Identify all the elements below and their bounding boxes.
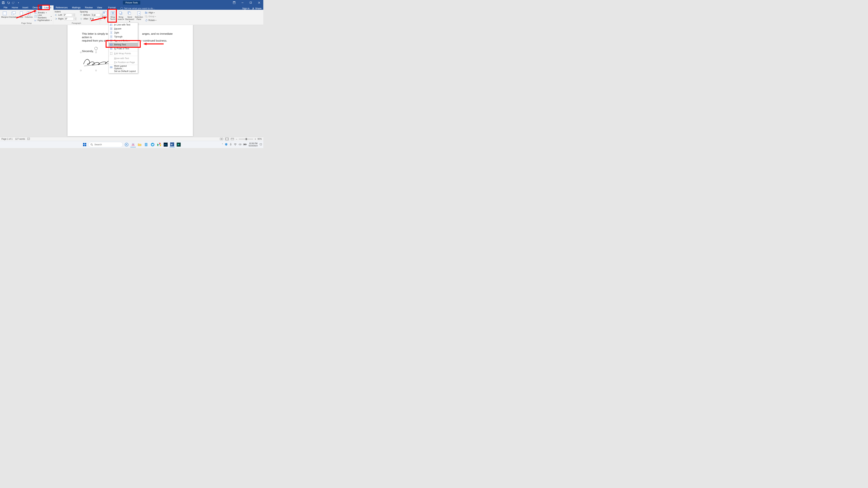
notifications-icon[interactable] — [259, 143, 262, 146]
tab-file[interactable]: File — [1, 5, 9, 10]
bing-chat-icon[interactable] — [124, 142, 129, 147]
selected-image[interactable] — [81, 53, 111, 70]
status-words[interactable]: 127 words — [15, 138, 25, 140]
rotate-handle-icon[interactable] — [94, 46, 98, 50]
snipping-tool-icon[interactable] — [130, 142, 136, 147]
web-layout-icon[interactable] — [230, 137, 235, 140]
wrap-text-button[interactable]: WrapText ▾ — [109, 11, 117, 20]
share-button[interactable]: Share — [252, 7, 261, 10]
undo-icon[interactable] — [6, 1, 10, 5]
maximize-icon[interactable] — [247, 0, 255, 5]
filmora-icon[interactable] — [176, 142, 181, 147]
align-button[interactable]: Align▾ — [145, 11, 157, 14]
search-icon — [90, 143, 93, 146]
orientation-button[interactable]: Orientation — [9, 11, 18, 18]
tab-design[interactable]: Design — [30, 5, 42, 10]
columns-button[interactable]: Columns — [25, 11, 33, 18]
tab-review[interactable]: Review — [83, 5, 95, 10]
ribbon-display-icon[interactable] — [230, 0, 238, 5]
zoom-slider[interactable] — [239, 139, 253, 139]
proofing-icon[interactable] — [27, 137, 30, 141]
margins-button[interactable]: Margins — [1, 11, 8, 18]
volume-icon[interactable] — [239, 143, 241, 146]
sign-in-link[interactable]: Sign in — [242, 7, 250, 10]
hyphenation-button[interactable]: bc-Hyphenation▾ — [34, 19, 52, 22]
redo-icon[interactable] — [11, 1, 16, 5]
menu-behind[interactable]: Behind Text — [109, 43, 138, 46]
tab-mailings[interactable]: Mailings — [70, 5, 83, 10]
chrome-icon[interactable] — [156, 142, 162, 147]
battery-icon[interactable] — [243, 143, 247, 146]
status-page[interactable]: Page 1 of 1 — [1, 138, 12, 140]
bring-forward-button[interactable]: Bringrward ▾ — [117, 11, 125, 20]
mic-icon[interactable] — [229, 143, 232, 146]
group-button[interactable]: Group▾ — [145, 14, 157, 18]
indent-left-input[interactable] — [63, 13, 72, 17]
menu-label: Top and Bottom — [114, 39, 130, 42]
indent-right-field[interactable]: Right:▴▾ — [54, 17, 77, 21]
spacing-after-input[interactable] — [89, 17, 98, 21]
tab-home[interactable]: Home — [9, 5, 20, 10]
svg-rect-92 — [222, 138, 223, 140]
size-button[interactable]: Size — [19, 11, 24, 18]
send-backward-button[interactable]: SendBackward ▾ — [125, 11, 134, 23]
svg-rect-96 — [83, 143, 85, 144]
wifi-icon[interactable] — [234, 143, 237, 146]
tell-me-search[interactable]: Tell me what you want to do... — [120, 7, 155, 10]
menu-more-layout[interactable]: More Layout Options... — [109, 65, 138, 69]
file-explorer-icon[interactable] — [137, 142, 142, 147]
close-icon[interactable] — [255, 0, 263, 5]
start-icon[interactable] — [82, 142, 87, 147]
qat-customize-icon[interactable]: ▾ — [16, 1, 21, 5]
position-button[interactable]: Positi — [101, 11, 108, 18]
margins-label: Margins — [1, 16, 8, 18]
rotate-button[interactable]: Rotate▾ — [145, 19, 157, 22]
svg-rect-16 — [29, 11, 30, 15]
tab-layout[interactable]: Layout — [42, 5, 54, 10]
taskbar-search[interactable]: Search — [88, 142, 123, 147]
tab-format[interactable]: Format — [106, 5, 118, 10]
print-layout-icon[interactable] — [225, 137, 229, 140]
menu-label: Behind Text — [114, 43, 126, 46]
menu-infront[interactable]: In Fro↖nt of Text — [109, 46, 138, 51]
menu-through[interactable]: Through — [109, 35, 138, 39]
minimize-icon[interactable] — [238, 0, 247, 5]
defender-icon[interactable] — [225, 143, 228, 146]
zoom-in-button[interactable]: + — [255, 137, 256, 140]
tab-view[interactable]: View — [95, 5, 104, 10]
hyphenation-label: Hyphenation — [38, 19, 50, 22]
indent-right-input[interactable] — [65, 17, 73, 21]
svg-rect-43 — [137, 11, 140, 15]
menu-fix-position: Fix Position on Page — [109, 60, 138, 64]
tab-references[interactable]: References — [54, 5, 70, 10]
doc-text: required from you at this — [82, 39, 111, 42]
indent-left-field[interactable]: Left:▴▾ — [54, 13, 77, 17]
menu-inline[interactable]: In Line with Text — [109, 23, 138, 27]
window-controls — [230, 0, 263, 5]
notepad-icon[interactable] — [144, 142, 149, 147]
menu-label: Fix Position on Page — [114, 61, 135, 64]
selection-pane-button[interactable]: SelectionPane — [135, 11, 143, 20]
clock[interactable]: 10:56 PM5/23/2023 — [249, 142, 257, 147]
menu-set-default[interactable]: Set as Default Layout — [109, 69, 138, 73]
zoom-level[interactable]: 90% — [257, 138, 262, 140]
menu-label: In Fro↖nt of Text — [114, 47, 129, 50]
photoshop-icon[interactable]: Ps — [163, 142, 168, 147]
menu-topbottom[interactable]: Top and Bottom — [109, 39, 138, 43]
menu-label: Set as Default Layout — [114, 70, 136, 72]
inline-icon — [110, 23, 113, 26]
menu-label: Through — [114, 35, 123, 38]
zoom-out-button[interactable]: – — [236, 137, 237, 140]
line-numbers-button[interactable]: Line Numbers▾ — [34, 14, 52, 18]
read-mode-icon[interactable] — [220, 137, 223, 140]
menu-tight[interactable]: Tight — [109, 31, 138, 35]
save-icon[interactable] — [1, 1, 5, 5]
word-icon[interactable]: W — [169, 142, 175, 147]
tray-chevron-icon[interactable]: ˄ — [222, 143, 223, 146]
spacing-after-label: After: — [83, 18, 89, 20]
telegram-icon[interactable] — [150, 142, 155, 147]
spacing-before-input[interactable] — [91, 13, 100, 17]
tab-insert[interactable]: Insert — [20, 5, 31, 10]
menu-square[interactable]: Square — [109, 27, 138, 31]
svg-rect-91 — [220, 138, 221, 140]
